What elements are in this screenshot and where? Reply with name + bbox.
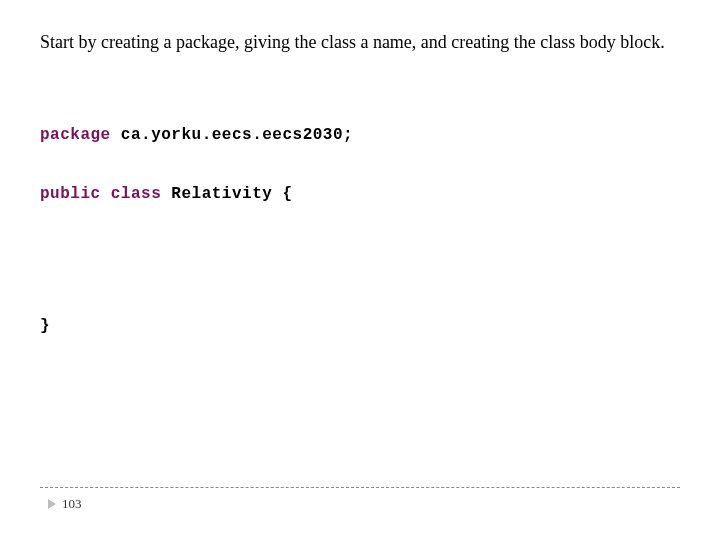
package-name: ca.yorku.eecs.eecs2030; (111, 126, 353, 144)
page-number-area: 103 (40, 496, 680, 512)
code-line-class-decl: public class Relativity { (40, 183, 680, 205)
class-name-open: Relativity { (161, 185, 292, 203)
space (101, 185, 111, 203)
page-number: 103 (62, 496, 82, 512)
footer-divider (40, 487, 680, 488)
keyword-package: package (40, 126, 111, 144)
code-line-package: package ca.yorku.eecs.eecs2030; (40, 124, 680, 146)
slide-footer: 103 (40, 487, 680, 512)
slide-instruction: Start by creating a package, giving the … (40, 30, 680, 54)
code-line-close: } (40, 315, 680, 337)
code-block: package ca.yorku.eecs.eecs2030; public c… (40, 124, 680, 337)
keyword-class: class (111, 185, 162, 203)
play-icon (48, 499, 56, 509)
keyword-public: public (40, 185, 101, 203)
